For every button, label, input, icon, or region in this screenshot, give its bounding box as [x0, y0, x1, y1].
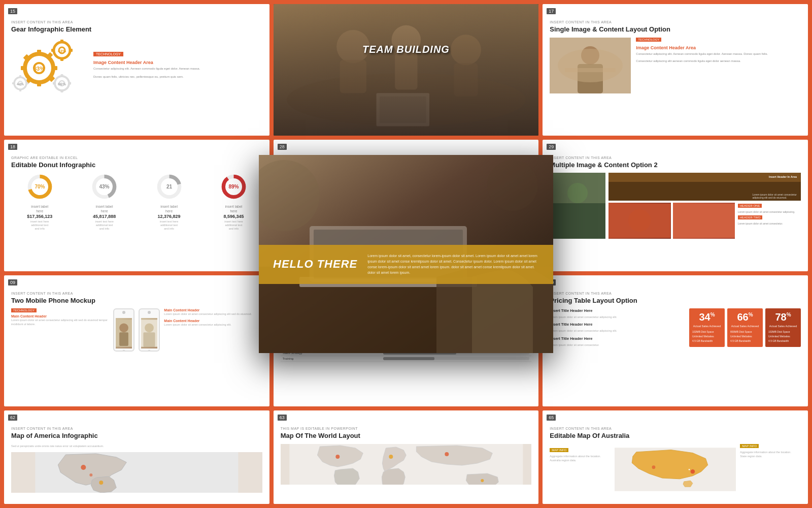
- slide-number-1: 15: [8, 8, 17, 14]
- slide-australia-map[interactable]: 65 Insert content in this area Editable …: [543, 410, 808, 504]
- slide-multi-image[interactable]: 29 Insert content in this area Multiple …: [543, 140, 808, 271]
- svg-rect-21: [61, 89, 63, 92]
- svg-rect-5: [21, 66, 26, 70]
- slide-team-building[interactable]: TEAM BUILDING: [274, 4, 539, 136]
- map-info-badge-2: MAP INFO: [740, 444, 759, 448]
- donut-desc-1: insert text hereadditional textand info: [11, 220, 68, 231]
- mobile-tech-badge: TECHNOLOGY: [11, 308, 37, 312]
- team-title: TEAM BUILDING: [362, 44, 450, 55]
- slide-tag-7: Insert content in this area: [11, 292, 262, 295]
- svg-rect-85: [144, 332, 155, 346]
- pricing-label-3: Actual Sales Achieved: [768, 325, 798, 328]
- slide-number-4: 18: [8, 144, 17, 150]
- gear-text-content: TECHNOLOGY Image Content Header Area Con…: [87, 52, 200, 79]
- gear-icon: 83% 43%: [11, 38, 87, 93]
- center-overlay-card: HELLO THERE Lorem ipsum dolor sit amet, …: [259, 155, 553, 353]
- svg-rect-4: [52, 66, 57, 70]
- mobile-sub-header-2: Main Content Header: [164, 319, 262, 323]
- multi-bottom-row: HEADER ONE Lorem ipsum dolor sit amet co…: [608, 203, 801, 239]
- svg-point-84: [145, 324, 154, 333]
- pricing-features-1: 102MB Disk SpaceUnlimited Websites4.5 GB…: [692, 330, 722, 343]
- body-text-3: Consectetur adipiscing elit. Aenean comm…: [636, 52, 801, 56]
- slide-america-map[interactable]: 62 Insert content in this area Map of Am…: [4, 410, 269, 504]
- svg-point-87: [81, 465, 86, 470]
- gear-area: 83% 43%: [11, 38, 262, 93]
- svg-rect-82: [119, 332, 128, 346]
- mobile-main-header: Main Content Header: [11, 314, 109, 318]
- slide-gear-infographic[interactable]: 15 Insert content in this area Gear Info…: [4, 4, 269, 136]
- body-text-1: Consectetur adipiscing elit. Aenean comm…: [93, 67, 200, 71]
- mobile-right-text: Main Content Header Lorem ipsum dolor si…: [164, 308, 262, 352]
- pricing-pct-2: 66%: [730, 311, 760, 323]
- slide-tag-4: Graphic are editable in excel: [11, 156, 262, 160]
- mobile-sub-header-1: Main Content Header: [164, 308, 262, 312]
- pricing-pct-1: 34%: [692, 311, 722, 323]
- svg-rect-14: [60, 57, 63, 61]
- donut-3: 21 insert labelhere 12,376,829 insert te…: [141, 173, 197, 231]
- slide-number-7: 09: [8, 279, 17, 285]
- svg-rect-20: [61, 74, 63, 77]
- svg-rect-16: [51, 49, 55, 52]
- svg-rect-28: [19, 89, 21, 91]
- world-map-placeholder: [281, 444, 532, 485]
- single-right-content: TECHNOLOGY Image Content Header Area Con…: [636, 38, 801, 93]
- donut-label-2: insert labelhere: [76, 204, 132, 213]
- slide-number-5: 28: [278, 144, 287, 150]
- phone-button-2: [147, 350, 152, 352]
- donut-desc-2: insert text hereadditional textand info: [76, 220, 132, 231]
- america-map-svg: [11, 452, 262, 493]
- slide-mobile[interactable]: 09 Insert content in this area Two Mobil…: [4, 275, 269, 407]
- svg-rect-73: [550, 203, 605, 239]
- phone-group: [113, 308, 160, 352]
- svg-rect-15: [69, 49, 73, 52]
- pricing-label-1: Actual Sales Achieved: [692, 325, 722, 328]
- slide-number-11: 63: [278, 415, 287, 421]
- svg-text:66%: 66%: [58, 82, 66, 86]
- pricing-card-2: 66% Actual Sales Achieved 800MB Disk Spa…: [727, 308, 763, 347]
- svg-point-78: [628, 209, 651, 232]
- person-image: [550, 38, 631, 93]
- svg-point-105: [487, 160, 538, 211]
- pricing-desc-1: Lorem ipsum dolor sit amet consectetur a…: [550, 315, 684, 319]
- svg-point-96: [691, 469, 695, 474]
- australia-desc-1: Aggregate information about the location…: [550, 454, 611, 463]
- svg-text:83%: 83%: [33, 66, 45, 72]
- insert-title-2: Insert Title Header Here: [550, 322, 684, 327]
- overlay-banner: HELLO THERE Lorem ipsum dolor sit amet, …: [259, 245, 553, 284]
- tech-badge-3: TECHNOLOGY: [636, 38, 661, 42]
- phone-1: [113, 308, 134, 352]
- svg-text:●: ●: [688, 468, 690, 471]
- single-image-placeholder: [550, 38, 631, 93]
- slide-title-3: Single Image & Content Layout Option: [550, 25, 801, 34]
- slide-title-10: Map of America Infographic: [11, 432, 262, 440]
- slide-tag-9: Insert content in this area: [550, 292, 801, 295]
- svg-rect-44: [578, 64, 603, 93]
- multi-image-content: Insert Header In Area Lorem ipsum dolor …: [550, 173, 801, 239]
- multi-right-text: HEADER ONE Lorem ipsum dolor sit amet co…: [737, 203, 801, 239]
- slide-world-map[interactable]: 63 This map is editable in powerpoint Ma…: [274, 410, 539, 504]
- phone-2: [139, 308, 160, 352]
- slide-tag-1: Insert content in this area: [11, 20, 262, 24]
- overlay-hello-text: HELLO THERE: [273, 258, 357, 271]
- slide-single-image[interactable]: 17 Insert content in this area Single Im…: [543, 4, 808, 136]
- slide-pricing[interactable]: 10 Insert content in this area Pricing T…: [543, 275, 808, 407]
- australia-map-svg: ●: [615, 444, 736, 495]
- donut-number-2: 45,817,888: [76, 214, 132, 219]
- svg-point-94: [481, 479, 484, 482]
- mobile-body-text: Lorem ipsum dolor sit amet consectetur a…: [11, 318, 109, 327]
- overlay-background: HELLO THERE Lorem ipsum dolor sit amet, …: [259, 155, 553, 353]
- svg-rect-23: [53, 82, 56, 84]
- insert-title-1: Insert Title Header Here: [550, 308, 684, 313]
- slide-donut[interactable]: 18 Graphic are editable in excel Editabl…: [4, 140, 269, 271]
- svg-text:43%: 43%: [58, 49, 66, 53]
- body-text-3b: Consectetur adipiscing elit aenean commo…: [636, 59, 801, 63]
- donut-number-1: $17,356,123: [11, 214, 68, 219]
- donut-desc-4: insert text hereadditional textand info: [205, 220, 262, 231]
- america-map-placeholder: [11, 452, 262, 493]
- header-one-text: Lorem ipsum dolor sit amet consectetur a…: [738, 210, 800, 213]
- donut-number-4: 8,596,345: [205, 214, 262, 219]
- pricing-pct-3: 78%: [768, 311, 798, 323]
- svg-point-81: [119, 324, 128, 333]
- svg-text:44%: 44%: [17, 82, 24, 85]
- pricing-desc-2: Lorem ipsum dolor sit amet consectetur a…: [550, 329, 684, 333]
